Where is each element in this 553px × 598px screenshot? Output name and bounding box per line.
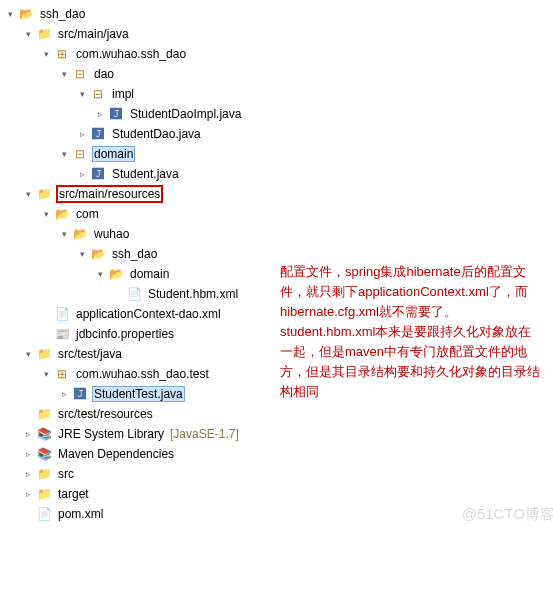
expand-toggle[interactable]: ▾ xyxy=(94,268,106,280)
expand-toggle[interactable]: ▹ xyxy=(94,108,106,120)
tree-item-java-file[interactable]: ▹ 🅹 StudentDao.java xyxy=(4,124,553,144)
tree-item-project[interactable]: ▾ 📂 ssh_dao xyxy=(4,4,553,24)
label: target xyxy=(56,486,91,502)
label: jdbcinfo.properties xyxy=(74,326,176,342)
expand-toggle[interactable]: ▹ xyxy=(22,468,34,480)
expand-toggle[interactable]: ▹ xyxy=(22,448,34,460)
expand-toggle[interactable]: ▾ xyxy=(76,88,88,100)
label: src/main/resources xyxy=(56,185,163,203)
label: src xyxy=(56,466,76,482)
expand-toggle[interactable]: ▾ xyxy=(58,228,70,240)
annotation-text: 配置文件，spring集成hibernate后的配置文件，就只剩下applica… xyxy=(280,262,542,402)
xml-file-icon: 📄 xyxy=(126,286,142,302)
label: domain xyxy=(92,146,135,162)
tree-item-src-main-java[interactable]: ▾ 📁 src/main/java xyxy=(4,24,553,44)
label: JRE System Library xyxy=(56,426,166,442)
tree-item-java-file[interactable]: ▹ 🅹 Student.java xyxy=(4,164,553,184)
label: com.wuhao.ssh_dao.test xyxy=(74,366,211,382)
package-icon: ⊟ xyxy=(72,146,88,162)
watermark: @51CTO博客 xyxy=(462,505,553,524)
tree-item-folder[interactable]: ▾ 📂 ssh_dao xyxy=(4,244,553,264)
expand-toggle[interactable]: ▾ xyxy=(40,368,52,380)
source-folder-icon: 📁 xyxy=(36,346,52,362)
label: src/main/java xyxy=(56,26,131,42)
expand-toggle[interactable]: ▾ xyxy=(58,68,70,80)
package-icon: ⊞ xyxy=(54,366,70,382)
folder-icon: 📁 xyxy=(36,466,52,482)
label: domain xyxy=(128,266,171,282)
expand-toggle[interactable]: ▾ xyxy=(22,188,34,200)
label: wuhao xyxy=(92,226,131,242)
source-folder-icon: 📁 xyxy=(36,186,52,202)
folder-icon: 📁 xyxy=(36,486,52,502)
tree-item-package-dao[interactable]: ▾ ⊟ dao xyxy=(4,64,553,84)
label: src/test/resources xyxy=(56,406,155,422)
expand-toggle[interactable]: ▾ xyxy=(4,8,16,20)
label: applicationContext-dao.xml xyxy=(74,306,223,322)
tree-item-package-impl[interactable]: ▾ ⊟ impl xyxy=(4,84,553,104)
decoration: [JavaSE-1.7] xyxy=(166,427,239,441)
expand-toggle[interactable]: ▾ xyxy=(40,208,52,220)
expand-toggle[interactable]: ▾ xyxy=(40,48,52,60)
label: dao xyxy=(92,66,116,82)
java-file-icon: 🅹 xyxy=(90,126,106,142)
expand-toggle[interactable]: ▾ xyxy=(22,348,34,360)
source-folder-icon: 📁 xyxy=(36,406,52,422)
xml-file-icon: 📄 xyxy=(36,506,52,522)
tree-item-folder[interactable]: ▹ 📁 target xyxy=(4,484,553,504)
tree-item-folder[interactable]: ▾ 📂 wuhao xyxy=(4,224,553,244)
expand-toggle[interactable]: ▹ xyxy=(22,488,34,500)
label: com xyxy=(74,206,101,222)
package-icon: ⊟ xyxy=(72,66,88,82)
properties-file-icon: 📰 xyxy=(54,326,70,342)
label: pom.xml xyxy=(56,506,105,522)
label: src/test/java xyxy=(56,346,124,362)
java-file-icon: 🅹 xyxy=(108,106,124,122)
label: StudentDao.java xyxy=(110,126,203,142)
package-icon: ⊞ xyxy=(54,46,70,62)
label: ssh_dao xyxy=(110,246,159,262)
tree-item-maven-deps[interactable]: ▹ 📚 Maven Dependencies xyxy=(4,444,553,464)
folder-icon: 📂 xyxy=(108,266,124,282)
library-icon: 📚 xyxy=(36,446,52,462)
expand-toggle[interactable]: ▹ xyxy=(76,128,88,140)
folder-icon: 📂 xyxy=(54,206,70,222)
label: com.wuhao.ssh_dao xyxy=(74,46,188,62)
tree-item-package-domain[interactable]: ▾ ⊟ domain xyxy=(4,144,553,164)
tree-item-folder[interactable]: ▹ 📁 src xyxy=(4,464,553,484)
project-icon: 📂 xyxy=(18,6,34,22)
expand-toggle[interactable]: ▾ xyxy=(58,148,70,160)
tree-item-src-main-resources[interactable]: ▾ 📁 src/main/resources xyxy=(4,184,553,204)
expand-toggle[interactable]: ▹ xyxy=(76,168,88,180)
folder-icon: 📂 xyxy=(72,226,88,242)
java-file-icon: 🅹 xyxy=(72,386,88,402)
label: ssh_dao xyxy=(38,6,87,22)
label: impl xyxy=(110,86,136,102)
expand-toggle[interactable]: ▹ xyxy=(22,428,34,440)
label: StudentDaoImpl.java xyxy=(128,106,243,122)
library-icon: 📚 xyxy=(36,426,52,442)
tree-item-java-file[interactable]: ▹ 🅹 StudentDaoImpl.java xyxy=(4,104,553,124)
expand-toggle[interactable]: ▾ xyxy=(76,248,88,260)
expand-toggle[interactable]: ▹ xyxy=(58,388,70,400)
label: Student.hbm.xml xyxy=(146,286,240,302)
label: StudentTest.java xyxy=(92,386,185,402)
tree-item-src-test-resources[interactable]: ▹ 📁 src/test/resources xyxy=(4,404,553,424)
tree-item-jre[interactable]: ▹ 📚 JRE System Library [JavaSE-1.7] xyxy=(4,424,553,444)
java-file-icon: 🅹 xyxy=(90,166,106,182)
expand-toggle[interactable]: ▾ xyxy=(22,28,34,40)
folder-icon: 📂 xyxy=(90,246,106,262)
label: Student.java xyxy=(110,166,181,182)
tree-item-package[interactable]: ▾ ⊞ com.wuhao.ssh_dao xyxy=(4,44,553,64)
tree-item-folder[interactable]: ▾ 📂 com xyxy=(4,204,553,224)
label: Maven Dependencies xyxy=(56,446,176,462)
package-icon: ⊟ xyxy=(90,86,106,102)
xml-file-icon: 📄 xyxy=(54,306,70,322)
source-folder-icon: 📁 xyxy=(36,26,52,42)
